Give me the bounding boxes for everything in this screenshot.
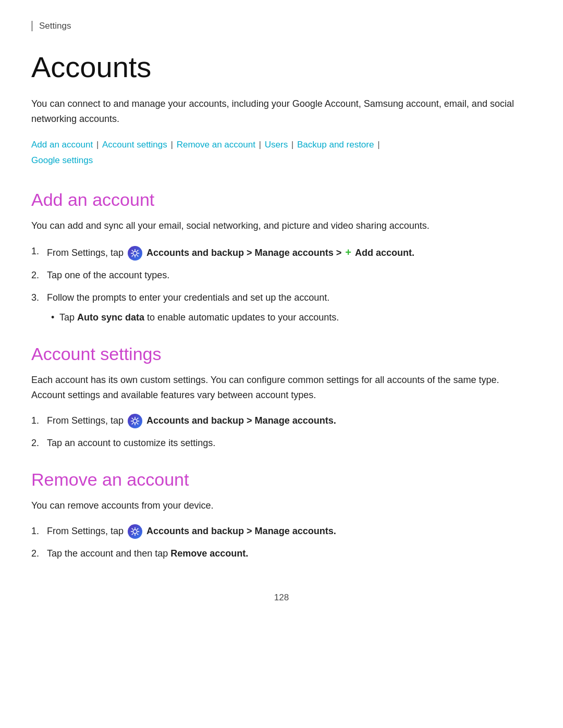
page-number: 128 (31, 593, 532, 603)
list-item: 1. From Settings, tap Accounts and backu… (31, 413, 532, 428)
svg-point-0 (133, 251, 137, 255)
bullet-list: Tap Auto sync data to enable automatic u… (47, 310, 532, 325)
section-title-remove: Remove an account (31, 470, 532, 490)
nav-link-backup[interactable]: Backup and restore (297, 140, 374, 150)
steps-list-remove: 1. From Settings, tap Accounts and backu… (31, 524, 532, 561)
list-item: 1. From Settings, tap Accounts and backu… (31, 244, 532, 261)
nav-link-account-settings[interactable]: Account settings (102, 140, 167, 150)
list-item: 1. From Settings, tap Accounts and backu… (31, 524, 532, 539)
accounts-backup-icon-2 (128, 414, 142, 428)
svg-point-2 (133, 529, 137, 534)
section-desc-add: You can add and sync all your email, soc… (31, 218, 532, 233)
intro-text: You can connect to and manage your accou… (31, 96, 532, 127)
section-desc-settings: Each account has its own custom settings… (31, 373, 532, 403)
list-item: 2. Tap the account and then tap Remove a… (31, 546, 532, 561)
section-remove-account: Remove an account You can remove account… (31, 470, 532, 561)
list-item: Tap Auto sync data to enable automatic u… (47, 310, 532, 325)
list-item: 2. Tap an account to customize its setti… (31, 436, 532, 451)
section-account-settings: Account settings Each account has its ow… (31, 344, 532, 451)
list-item: 2. Tap one of the account types. (31, 268, 532, 283)
steps-list-settings: 1. From Settings, tap Accounts and backu… (31, 413, 532, 451)
accounts-backup-icon (128, 246, 142, 261)
nav-link-google-settings[interactable]: Google settings (31, 155, 93, 165)
nav-link-users[interactable]: Users (265, 140, 288, 150)
list-item: 3. Follow the prompts to enter your cred… (31, 290, 532, 326)
section-title-settings: Account settings (31, 344, 532, 364)
accounts-backup-icon-3 (128, 524, 142, 539)
section-desc-remove: You can remove accounts from your device… (31, 498, 532, 513)
breadcrumb: Settings (31, 21, 532, 31)
svg-point-1 (133, 419, 137, 423)
steps-list-add: 1. From Settings, tap Accounts and backu… (31, 244, 532, 326)
nav-link-remove-account[interactable]: Remove an account (177, 140, 255, 150)
nav-links: Add an account | Account settings | Remo… (31, 137, 532, 169)
nav-link-add-account[interactable]: Add an account (31, 140, 93, 150)
page-title: Accounts (31, 50, 532, 84)
plus-icon: + (345, 246, 351, 258)
section-add-account: Add an account You can add and sync all … (31, 190, 532, 325)
section-title-add: Add an account (31, 190, 532, 210)
